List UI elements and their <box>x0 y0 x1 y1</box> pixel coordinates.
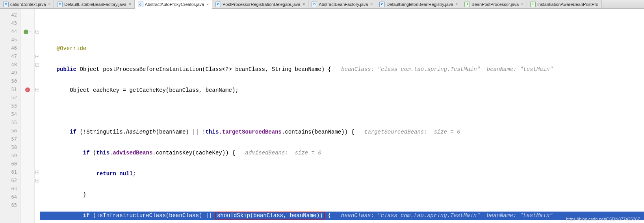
line-number: 59 <box>0 152 20 160</box>
line-number: 50 <box>0 77 20 85</box>
line-number: 52 <box>0 94 20 102</box>
tab-label: DefaultSingletonBeanRegistry.java <box>386 2 453 7</box>
line-number: 55 <box>0 119 20 127</box>
line-number: 65 <box>0 201 20 210</box>
close-icon[interactable]: × <box>521 2 523 6</box>
marker-cell <box>20 36 34 44</box>
editor-tab[interactable]: CcationContext.java× <box>0 0 54 8</box>
marker-cell <box>20 168 34 177</box>
code-line: Object cacheKey = getCacheKey(beanClass,… <box>40 86 644 95</box>
tab-label: InstantiationAwareBeanPostPro <box>537 2 598 7</box>
code-line: if (this.advisedBeans.containsKey(cacheK… <box>40 149 644 157</box>
close-icon[interactable]: × <box>129 2 131 6</box>
code-line: } <box>40 191 644 199</box>
tab-label: AbstractBeanFactory.java <box>319 2 368 7</box>
marker-cell <box>20 143 34 152</box>
marker-cell <box>20 94 34 102</box>
fold-toggle[interactable]: − <box>35 88 39 91</box>
code-line: return null; <box>40 170 644 178</box>
fold-toggle[interactable]: − <box>35 179 39 182</box>
close-icon[interactable]: × <box>456 2 458 6</box>
class-icon: C <box>379 2 385 7</box>
interface-icon: I <box>464 2 470 7</box>
marker-cell <box>20 201 34 210</box>
line-number: 43 <box>0 19 20 28</box>
marker-cell <box>20 11 34 19</box>
fold-cell <box>35 160 40 168</box>
marker-cell <box>20 61 34 69</box>
fold-cell <box>35 193 40 201</box>
line-number: 47 <box>0 52 20 61</box>
class-icon: C <box>138 2 143 7</box>
fold-toggle[interactable]: − <box>35 55 39 58</box>
breakpoint-icon[interactable] <box>25 87 30 92</box>
editor-tab[interactable]: CAbstractAutoProxyCreator.java× <box>135 0 212 9</box>
line-number: 46 <box>0 44 20 52</box>
fold-cell: − <box>35 28 40 36</box>
override-icon[interactable] <box>24 30 28 34</box>
fold-toggle[interactable]: − <box>35 63 39 67</box>
editor-tabs: CcationContext.java×CDefaultListableBean… <box>0 0 644 9</box>
class-icon: C <box>312 2 317 7</box>
watermark: https://blog.csdn.net/CSDN877425287 <box>566 217 640 221</box>
line-number: 48 <box>0 61 20 69</box>
fold-cell <box>35 44 40 52</box>
line-number: 57 <box>0 135 20 143</box>
fold-cell <box>35 102 40 110</box>
fold-cell <box>35 110 40 119</box>
code-editor: 4243444546474849505152535455565758596061… <box>0 9 644 223</box>
close-icon[interactable]: × <box>48 2 51 6</box>
fold-cell <box>35 127 40 135</box>
fold-gutter: −−−−−− <box>35 9 40 223</box>
marker-cell <box>20 119 34 127</box>
marker-cell: ↑ <box>20 28 34 36</box>
editor-tab[interactable]: CPostProcessorRegistrationDelegate.java× <box>212 0 308 8</box>
class-icon: C <box>215 2 221 7</box>
marker-cell <box>20 85 34 94</box>
fold-toggle[interactable]: − <box>35 30 39 33</box>
fold-toggle[interactable]: − <box>35 171 39 174</box>
code-line: if (!StringUtils.hasLength(beanName) || … <box>40 128 644 136</box>
marker-cell <box>20 193 34 201</box>
fold-cell <box>35 77 40 85</box>
marker-cell <box>20 52 34 61</box>
tab-label: AbstractAutoProxyCreator.java <box>145 2 204 7</box>
fold-cell <box>35 119 40 127</box>
editor-tab[interactable]: IBeanPostProcessor.java× <box>461 0 527 8</box>
line-number: 54 <box>0 110 20 119</box>
fold-cell <box>35 11 40 19</box>
class-icon: C <box>3 2 9 7</box>
fold-cell <box>35 152 40 160</box>
code-line: @Override <box>40 45 644 53</box>
code-area[interactable]: @Override public Object postProcessBefor… <box>40 9 644 223</box>
line-number: 63 <box>0 185 20 193</box>
editor-tab[interactable]: IInstantiationAwareBeanPostPro <box>527 0 602 8</box>
fold-cell <box>35 19 40 28</box>
interface-icon: I <box>530 2 536 7</box>
line-number: 45 <box>0 36 20 44</box>
code-line: public Object postProcessBeforeInstantia… <box>40 65 644 74</box>
close-icon[interactable]: × <box>370 2 373 6</box>
marker-cell <box>20 185 34 193</box>
fold-cell <box>35 185 40 193</box>
tab-label: BeanPostProcessor.java <box>471 2 519 7</box>
line-number: 53 <box>0 102 20 110</box>
fold-cell <box>35 36 40 44</box>
close-icon[interactable]: × <box>206 2 209 7</box>
line-number: 62 <box>0 177 20 185</box>
close-icon[interactable]: × <box>303 2 305 6</box>
marker-cell <box>20 110 34 119</box>
line-number: 56 <box>0 127 20 135</box>
marker-cell <box>20 135 34 143</box>
up-arrow-icon: ↑ <box>29 30 31 34</box>
editor-tab[interactable]: CAbstractBeanFactory.java× <box>308 0 376 8</box>
line-number: 51 <box>0 85 20 94</box>
editor-tab[interactable]: CDefaultSingletonBeanRegistry.java× <box>376 0 461 8</box>
editor-tab[interactable]: CDefaultListableBeanFactory.java× <box>54 0 134 8</box>
fold-cell: − <box>35 61 40 69</box>
fold-cell <box>35 201 40 210</box>
highlighted-call: shouldSkip(beanClass, beanName)) <box>215 212 325 219</box>
fold-cell: − <box>35 85 40 94</box>
marker-cell <box>20 102 34 110</box>
line-number: 60 <box>0 160 20 168</box>
